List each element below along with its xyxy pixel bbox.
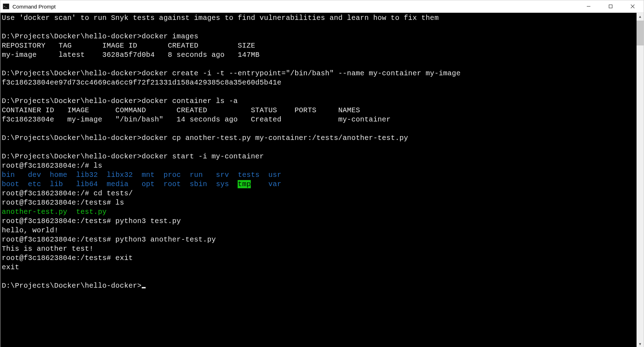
app-icon: >_ (2, 3, 10, 10)
dir: proc (163, 171, 181, 179)
command-prompt-window: >_ Command Prompt Use 'docker scan' to r… (0, 0, 644, 347)
scroll-down-icon[interactable]: ▼ (637, 340, 644, 347)
command: python3 test.py (115, 217, 181, 225)
dir: lib (50, 180, 63, 188)
prompt: D:\Projects\Docker\hello-docker> (2, 152, 142, 161)
dir: usr (269, 171, 282, 179)
prompt: D:\Projects\Docker\hello-docker> (2, 134, 142, 142)
svg-rect-3 (609, 5, 612, 8)
output-line: exit (2, 263, 19, 271)
dir: opt (142, 180, 155, 188)
dir: srv (216, 171, 229, 179)
dir: libx32 (107, 171, 133, 179)
dir: mnt (142, 171, 155, 179)
output-line: This is another test! (2, 245, 93, 253)
root-prompt: root@f3c18623804e:/# (2, 189, 93, 197)
root-tests-prompt: root@f3c18623804e:/tests# (2, 235, 115, 244)
dir: sys (216, 180, 229, 188)
dir: etc (28, 180, 41, 188)
prompt: D:\Projects\Docker\hello-docker> (2, 97, 142, 105)
dir: sbin (190, 180, 207, 188)
table-header: CONTAINER ID IMAGE COMMAND CREATED STATU… (2, 106, 360, 114)
scroll-up-icon[interactable]: ▲ (637, 13, 644, 20)
command: docker images (142, 32, 199, 40)
vertical-scrollbar[interactable]: ▲ ▼ (637, 13, 644, 347)
window-controls (578, 0, 644, 13)
dir: tests (238, 171, 260, 179)
prompt: D:\Projects\Docker\hello-docker> (2, 32, 142, 40)
dir: media (107, 180, 129, 188)
prompt: D:\Projects\Docker\hello-docker> (2, 282, 142, 290)
terminal-output[interactable]: Use 'docker scan' to run Snyk tests agai… (0, 13, 637, 347)
dir: bin (2, 171, 15, 179)
dir: root (163, 180, 181, 188)
hint-line: Use 'docker scan' to run Snyk tests agai… (2, 14, 439, 22)
titlebar[interactable]: >_ Command Prompt (0, 0, 644, 13)
dir: dev (28, 171, 41, 179)
window-title: Command Prompt (12, 4, 578, 10)
output-line: hello, world! (2, 226, 59, 234)
output-line: f3c18623804ee97d73cc4669ca6cc9f72f21331d… (2, 78, 281, 87)
command: ls (93, 162, 102, 170)
dir: run (190, 171, 203, 179)
dir: lib32 (76, 171, 98, 179)
dir: home (50, 171, 67, 179)
command: exit (115, 254, 133, 262)
command: docker start -i my-container (142, 152, 264, 161)
dir: var (269, 180, 282, 188)
command: ls (115, 199, 124, 207)
file: test.py (76, 208, 107, 216)
root-tests-prompt: root@f3c18623804e:/tests# (2, 217, 115, 225)
table-row: f3c18623804e my-image "/bin/bash" 14 sec… (2, 115, 391, 124)
cursor-icon (142, 287, 146, 288)
table-row: my-image latest 3628a5f7d0b4 8 seconds a… (2, 51, 260, 59)
close-button[interactable] (622, 0, 644, 13)
command: python3 another-test.py (115, 235, 216, 244)
root-prompt: root@f3c18623804e:/# (2, 162, 93, 170)
dir-sticky: tmp (238, 180, 251, 188)
file: another-test.py (2, 208, 67, 216)
command: cd tests/ (93, 189, 133, 197)
command: docker create -i -t --entrypoint="/bin/b… (142, 69, 461, 77)
root-tests-prompt: root@f3c18623804e:/tests# (2, 254, 115, 262)
prompt: D:\Projects\Docker\hello-docker> (2, 69, 142, 77)
svg-text:>_: >_ (4, 5, 7, 8)
dir: boot (2, 180, 19, 188)
table-header: REPOSITORY TAG IMAGE ID CREATED SIZE (2, 42, 255, 50)
minimize-button[interactable] (578, 0, 600, 13)
maximize-button[interactable] (600, 0, 622, 13)
root-tests-prompt: root@f3c18623804e:/tests# (2, 199, 115, 207)
command: docker cp another-test.py my-container:/… (142, 134, 408, 142)
dir: lib64 (76, 180, 98, 188)
scrollbar-thumb[interactable] (637, 21, 644, 45)
command: docker container ls -a (142, 97, 238, 105)
window-content: Use 'docker scan' to run Snyk tests agai… (0, 13, 644, 347)
